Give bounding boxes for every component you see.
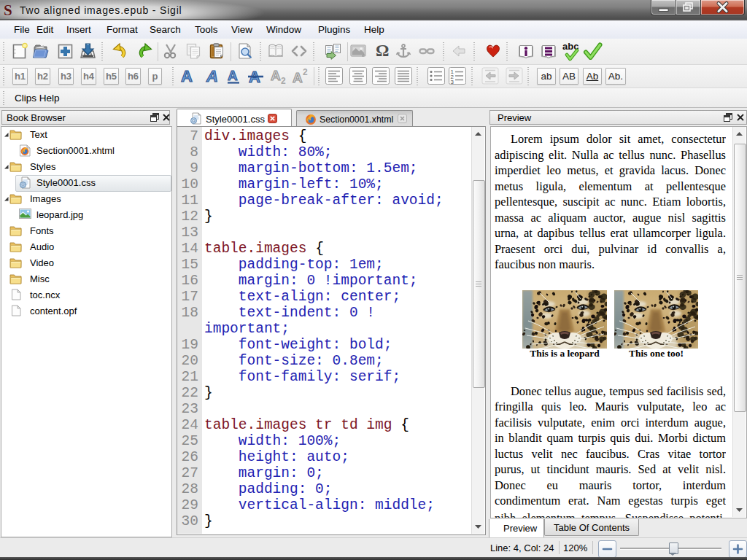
svg-text:A: A	[181, 67, 193, 85]
svg-text:A: A	[206, 67, 218, 85]
svg-text:A: A	[228, 68, 238, 83]
svg-text:2: 2	[303, 67, 308, 77]
svg-text:A: A	[271, 68, 281, 83]
svg-text:3: 3	[451, 79, 454, 85]
svg-text:2: 2	[281, 76, 286, 85]
svg-text:A: A	[293, 70, 303, 85]
